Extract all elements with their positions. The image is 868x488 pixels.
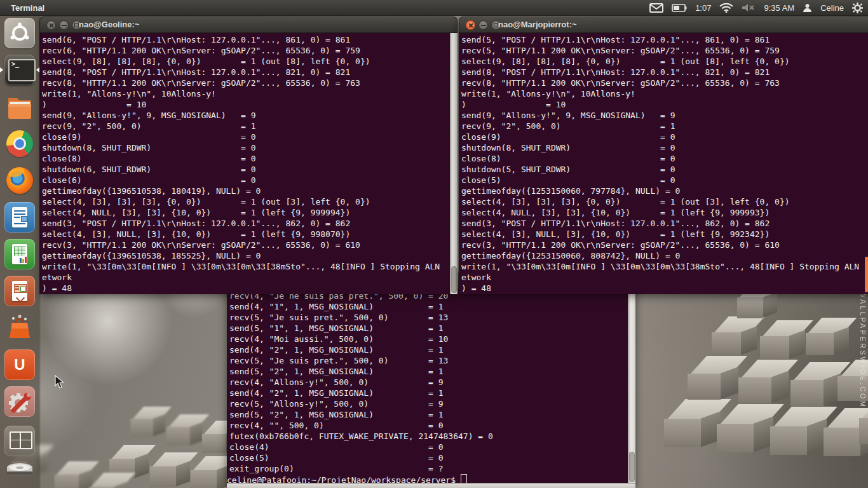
scrollbar-geoline[interactable] (450, 33, 458, 294)
sugar-cube (55, 461, 88, 488)
mail-icon[interactable] (649, 3, 663, 13)
terminal-output-line: write(1, "\33[0m\33[0m[INFO ] \33[0m\33[… (42, 261, 449, 272)
system-settings-icon[interactable] (4, 386, 35, 417)
terminal-output-line: select(9, [8], [8], [8], {0, 0}) = 1 (ou… (461, 56, 868, 67)
terminal-output-line: recv(9, "2", 500, 0) = 1 (42, 121, 449, 132)
sugar-cube (717, 404, 766, 454)
terminal-output-line: send(9, "Allons-y!", 9, MSG_NOSIGNAL) = … (42, 110, 449, 121)
sugar-cube (130, 407, 161, 437)
terminal-output-line: write(1, "Allons-y!\n", 10Allons-y! (461, 88, 868, 99)
terminal-output-line: close(9) = 0 (461, 132, 868, 142)
terminal-output-line: close(8) = 0 (461, 153, 868, 164)
terminal-output-line: send(4, "2", 1, MSG_NOSIGNAL) = 1 (229, 388, 635, 398)
terminal-window-patafooin[interactable]: recv(4, "Je ne suis pas pret.", 500, 0) … (227, 273, 635, 488)
minimize-button[interactable] (478, 20, 488, 30)
libreoffice-writer-icon[interactable] (4, 202, 35, 233)
clock[interactable]: 9:35 AM (764, 3, 794, 13)
software-center-icon[interactable] (4, 313, 35, 343)
sugar-cube (688, 356, 732, 400)
terminal-output-line: send(5, "2", 1, MSG_NOSIGNAL) = 1 (229, 409, 635, 420)
terminal-output-line: recv(5, "Allons-y!", 500, 0) = 9 (229, 398, 635, 409)
scrollbar-patafooin[interactable] (628, 289, 635, 484)
sugar-cube (806, 318, 844, 356)
terminal-output-line: select(4, [3], NULL, [3], {10, 0}) = 1 (… (42, 229, 449, 240)
terminal-output-line: shutdown(8, SHUT_RDWR) = 0 (461, 142, 868, 153)
dash-icon[interactable] (4, 18, 35, 48)
terminal-output-line: send(5, "2", 1, MSG_NOSIGNAL) = 1 (229, 366, 635, 377)
ubuntu-one-icon[interactable]: U (4, 349, 35, 380)
terminal-output-line: recv(6, "HTTP/1.1 200 OK\r\nServer: gSOA… (42, 45, 449, 56)
minimize-button[interactable] (59, 20, 69, 30)
titlebar-marjopierrot[interactable]: nao@Marjopierrot:~ (459, 17, 868, 33)
terminal-output-line: recv(4, "Moi aussi.", 500, 0) = 10 (229, 334, 635, 344)
files-icon[interactable] (4, 92, 35, 122)
firefox-icon[interactable] (4, 165, 35, 196)
terminal-output-line: send(5, "POST / HTTP/1.1\r\nHost: 127.0.… (461, 34, 868, 45)
titlebar-geoline[interactable]: nao@Geoline:~ (39, 17, 458, 33)
terminal-output-line: recv(4, "Allons-y!", 500, 0) = 9 (229, 377, 635, 388)
terminal-window-geoline[interactable]: nao@Geoline:~ send(6, "POST / HTTP/1.1\r… (39, 17, 458, 294)
terminal-output-line: gettimeofday({1253150060, 797784}, NULL)… (461, 186, 868, 196)
terminal-window-marjopierrot[interactable]: nao@Marjopierrot:~ send(5, "POST / HTTP/… (459, 17, 868, 294)
sugar-cube (738, 360, 783, 404)
terminal-output-line: recv(9, "2", 500, 0) = 1 (461, 121, 868, 132)
workspace-switcher-icon[interactable] (4, 426, 35, 456)
scrollbar-horizontal-patafooin[interactable] (227, 483, 635, 488)
terminal-output-line: write(1, "Allons-y!\n", 10Allons-y! (42, 88, 449, 99)
sugar-cube (150, 452, 186, 488)
terminal-output-line: send(3, "POST / HTTP/1.1\r\nHost: 127.0.… (461, 218, 868, 229)
terminal-output-line: ) = 10 (461, 99, 868, 110)
volume-muted-icon[interactable] (742, 3, 756, 12)
terminal-output-line: recv(8, "HTTP/1.1 200 OK\r\nServer: gSOA… (42, 78, 449, 88)
close-button[interactable] (46, 20, 56, 30)
terminal-output-line: send(4, "2", 1, MSG_NOSIGNAL) = 1 (229, 344, 635, 355)
terminal-output-line: recv(8, "HTTP/1.1 200 OK\r\nServer: gSOA… (461, 78, 868, 88)
terminal-output-line: select(4, NULL, [3], [3], {10, 0}) = 1 (… (42, 207, 449, 218)
sugar-cube (166, 414, 198, 446)
wifi-icon[interactable] (719, 3, 733, 13)
battery-time-remaining[interactable]: 1:07 (695, 3, 711, 13)
unity-launcher: >_ (0, 15, 39, 488)
libreoffice-calc-icon[interactable] (4, 239, 35, 269)
terminal-output-line: etwork (42, 272, 449, 283)
sugar-cube (191, 456, 226, 488)
terminal-output-line: gettimeofday({1396510538, 185525}, NULL)… (42, 250, 449, 261)
terminal-output-line: etwork (461, 272, 868, 283)
terminal-output-line: ) = 48 (461, 283, 868, 294)
top-panel: Terminal 1:07 9:35 AM Celine (0, 0, 868, 16)
terminal-output-line: close(5) = 0 (229, 452, 635, 463)
terminal-output-line: ) = 48 (42, 283, 449, 294)
drive-icon[interactable] (4, 460, 35, 488)
battery-icon[interactable] (672, 4, 687, 12)
terminal-output-line: close(9) = 0 (42, 132, 449, 142)
sugar-cube (712, 316, 751, 356)
terminal-output-line: recv(3, "HTTP/1.1 200 OK\r\nServer: gSOA… (42, 240, 449, 250)
terminal-output-line: recv(3, "HTTP/1.1 200 OK\r\nServer: gSOA… (461, 240, 868, 250)
terminal-output-line: select(4, [3], NULL, [3], {10, 0}) = 1 (… (461, 229, 868, 240)
window-title: nao@Marjopierrot:~ (498, 20, 577, 29)
terminal-icon[interactable]: >_ (4, 55, 35, 85)
terminal-output-line: futex(0xb766b0fc, FUTEX_WAKE_PRIVATE, 21… (229, 431, 635, 442)
overlay-scrollbar-marjopierrot[interactable] (865, 257, 868, 292)
libreoffice-impress-icon[interactable] (4, 276, 35, 306)
username[interactable]: Celine (820, 3, 844, 13)
sugar-cube (790, 362, 835, 407)
chrome-icon[interactable] (4, 128, 35, 159)
sugar-cube (664, 399, 714, 449)
terminal-output-line: send(3, "POST / HTTP/1.1\r\nHost: 127.0.… (42, 218, 449, 229)
terminal-output-line: ) = 10 (42, 99, 449, 110)
terminal-output-line: select(4, NULL, [3], [3], {10, 0}) = 1 (… (461, 207, 868, 218)
terminal-output-line: shutdown(8, SHUT_RDWR) = 0 (42, 142, 449, 153)
running-indicator-pip (0, 67, 3, 72)
sugar-cube (89, 473, 123, 488)
sugar-cube (770, 407, 820, 456)
terminal-output-line: select(9, [8], [8], [8], {0, 0}) = 1 (ou… (42, 56, 449, 67)
terminal-output-line: select(4, [3], [3], [3], {0, 0}) = 1 (ou… (42, 196, 449, 207)
terminal-output-line: close(8) = 0 (42, 153, 449, 164)
user-icon[interactable] (803, 3, 812, 13)
focused-indicator-arrow (36, 67, 39, 72)
terminal-output-line: close(5) = 0 (461, 175, 868, 186)
close-button[interactable] (466, 20, 475, 30)
terminal-output-line: send(8, "POST / HTTP/1.1\r\nHost: 127.0.… (461, 67, 868, 78)
session-gear-icon[interactable] (852, 3, 863, 13)
